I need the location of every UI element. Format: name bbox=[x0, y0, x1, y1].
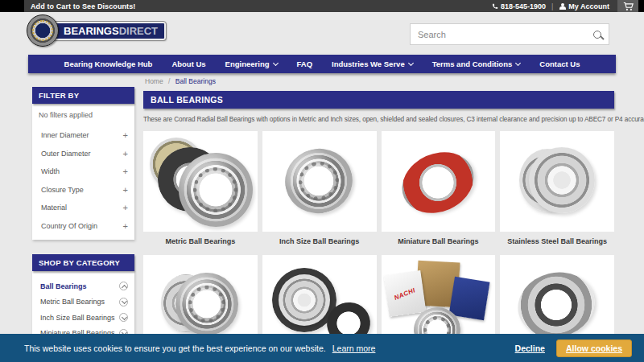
main-content: Home / Ball Bearings BALL BEARINGS These… bbox=[143, 77, 614, 356]
product-image-inch[interactable] bbox=[262, 131, 377, 232]
decline-button[interactable]: Decline bbox=[515, 343, 545, 353]
product-grid: Metric Ball Bearings Inch Size Ball Bear… bbox=[143, 131, 614, 356]
filter-by-header: FILTER BY bbox=[32, 87, 134, 104]
learn-more-link[interactable]: Learn more bbox=[332, 343, 376, 353]
plus-icon[interactable]: + bbox=[123, 168, 128, 175]
plus-icon[interactable]: + bbox=[123, 223, 128, 229]
filter-label: Country Of Origin bbox=[41, 222, 97, 230]
chevron-up-circle-icon[interactable] bbox=[119, 282, 128, 290]
filter-label: Inner Diameter bbox=[41, 131, 89, 139]
bearing-art bbox=[278, 141, 360, 220]
filter-inner-diameter[interactable]: Inner Diameter+ bbox=[39, 126, 128, 145]
nav-label: About Us bbox=[171, 60, 205, 68]
plus-icon[interactable]: + bbox=[123, 187, 128, 193]
filter-status: No filters applied bbox=[39, 111, 128, 126]
search-input[interactable] bbox=[418, 30, 588, 39]
nav-label: Engineering bbox=[225, 60, 270, 68]
filter-label: Closure Type bbox=[41, 186, 84, 194]
logo-text-direct: DIRECT bbox=[119, 25, 158, 37]
category-description: These are Conrad Radial Ball Bearings wi… bbox=[143, 116, 614, 123]
bearing-logo-icon bbox=[27, 14, 59, 47]
category-label: Inch Size Ball Bearings bbox=[40, 314, 115, 322]
chevron-down-icon bbox=[272, 60, 278, 65]
bearing-art bbox=[175, 273, 238, 335]
product-image-stainless[interactable] bbox=[500, 131, 614, 232]
cart-button[interactable] bbox=[617, 0, 638, 12]
chevron-down-circle-icon[interactable] bbox=[119, 313, 128, 322]
site-header: BEARINGSDIRECT bbox=[0, 12, 644, 50]
filter-material[interactable]: Material+ bbox=[39, 199, 128, 217]
product-label[interactable]: Metric Ball Bearings bbox=[143, 232, 258, 245]
product-label[interactable]: Miniature Ball Bearings bbox=[382, 232, 496, 245]
nav-label: Contact Us bbox=[539, 60, 580, 68]
topbar-separator: | bbox=[551, 2, 553, 10]
allow-cookies-button[interactable]: Allow cookies bbox=[556, 339, 632, 357]
topbar-right-group: 818-545-1900 | My Account bbox=[492, 0, 638, 12]
site-logo[interactable]: BEARINGSDIRECT bbox=[27, 14, 166, 47]
filter-outer-diameter[interactable]: Outer Diameter+ bbox=[39, 145, 128, 163]
nav-item-bearing-knowledge-hub[interactable]: Bearing Knowledge Hub bbox=[64, 60, 153, 68]
top-utility-bar: Add to Cart to See Discounts! 818-545-19… bbox=[0, 0, 644, 12]
cart-icon bbox=[623, 2, 634, 11]
page-title: BALL BEARINGS bbox=[143, 91, 614, 109]
nav-item-contact-us[interactable]: Contact Us bbox=[539, 60, 580, 68]
category-ball-bearings[interactable]: Ball Bearings bbox=[39, 278, 128, 294]
bearing-art bbox=[179, 153, 253, 227]
product-card-miniature[interactable]: Miniature Ball Bearings bbox=[382, 131, 496, 245]
filter-country-of-origin[interactable]: Country Of Origin+ bbox=[39, 217, 128, 236]
plus-icon[interactable]: + bbox=[123, 150, 128, 157]
nav-item-engineering[interactable]: Engineering bbox=[225, 60, 278, 68]
filter-label: Width bbox=[41, 167, 60, 175]
nav-item-terms-and-conditions[interactable]: Terms and Conditions bbox=[432, 60, 521, 68]
filter-label: Outer Diameter bbox=[41, 150, 91, 158]
page: Add to Cart to See Discounts! 818-545-19… bbox=[0, 0, 644, 362]
breadcrumb-current[interactable]: Ball Bearings bbox=[175, 77, 216, 85]
bearing-art bbox=[294, 157, 343, 204]
nav-item-faq[interactable]: FAQ bbox=[297, 60, 313, 68]
chevron-down-icon bbox=[408, 60, 414, 65]
search-bar bbox=[410, 23, 609, 45]
nav-label: Bearing Knowledge Hub bbox=[64, 60, 153, 68]
product-box-art bbox=[449, 277, 490, 320]
product-image-metric[interactable] bbox=[143, 131, 258, 232]
chevron-down-circle-icon[interactable] bbox=[119, 298, 128, 306]
promo-message: Add to Cart to See Discounts! bbox=[31, 2, 135, 10]
product-image-miniature[interactable] bbox=[382, 131, 496, 232]
product-card-inch[interactable]: Inch Size Ball Bearings bbox=[262, 131, 377, 245]
filter-body: No filters applied Inner Diameter+ Outer… bbox=[32, 104, 134, 240]
logo-wordmark: BEARINGSDIRECT bbox=[51, 22, 166, 40]
breadcrumb: Home / Ball Bearings bbox=[143, 77, 614, 85]
phone-icon bbox=[492, 3, 498, 10]
product-card-metric[interactable]: Metric Ball Bearings bbox=[143, 131, 258, 245]
phone-link[interactable]: 818-545-1900 bbox=[492, 2, 546, 10]
product-label[interactable]: Stainless Steel Ball Bearings bbox=[500, 232, 614, 245]
plus-icon[interactable]: + bbox=[123, 204, 128, 211]
plus-icon[interactable]: + bbox=[123, 132, 128, 138]
my-account-label: My Account bbox=[568, 2, 609, 10]
filter-width[interactable]: Width+ bbox=[39, 162, 128, 181]
account-icon bbox=[559, 3, 566, 10]
category-inch-size-ball-bearings[interactable]: Inch Size Ball Bearings bbox=[39, 310, 128, 326]
nav-item-industries-we-serve[interactable]: Industries We Serve bbox=[332, 60, 413, 68]
phone-number: 818-545-1900 bbox=[501, 2, 546, 10]
top-utility-bar-inner: Add to Cart to See Discounts! 818-545-19… bbox=[24, 0, 638, 12]
my-account-link[interactable]: My Account bbox=[559, 2, 609, 10]
cookie-message: This website uses cookies to ensure you … bbox=[24, 343, 326, 353]
shop-by-category-header: SHOP BY CATEGORY bbox=[32, 254, 134, 271]
product-card-stainless[interactable]: Stainless Steel Ball Bearings bbox=[500, 131, 614, 245]
bearing-art bbox=[392, 141, 483, 224]
filter-panel: FILTER BY No filters applied Inner Diame… bbox=[32, 87, 134, 240]
breadcrumb-home[interactable]: Home bbox=[145, 77, 163, 85]
search-icon[interactable] bbox=[593, 31, 601, 39]
bearing-art bbox=[188, 286, 226, 323]
logo-text-bearings: BEARINGS bbox=[64, 25, 119, 37]
category-label: Metric Ball Bearings bbox=[40, 298, 105, 306]
nav-label: FAQ bbox=[297, 60, 313, 68]
main-nav: Bearing Knowledge Hub About Us Engineeri… bbox=[28, 55, 616, 73]
bearing-art bbox=[279, 274, 330, 326]
category-metric-ball-bearings[interactable]: Metric Ball Bearings bbox=[39, 294, 128, 311]
product-label[interactable]: Inch Size Ball Bearings bbox=[262, 232, 377, 245]
filter-closure-type[interactable]: Closure Type+ bbox=[39, 181, 128, 200]
chevron-down-icon bbox=[515, 60, 521, 65]
nav-item-about-us[interactable]: About Us bbox=[171, 60, 205, 68]
